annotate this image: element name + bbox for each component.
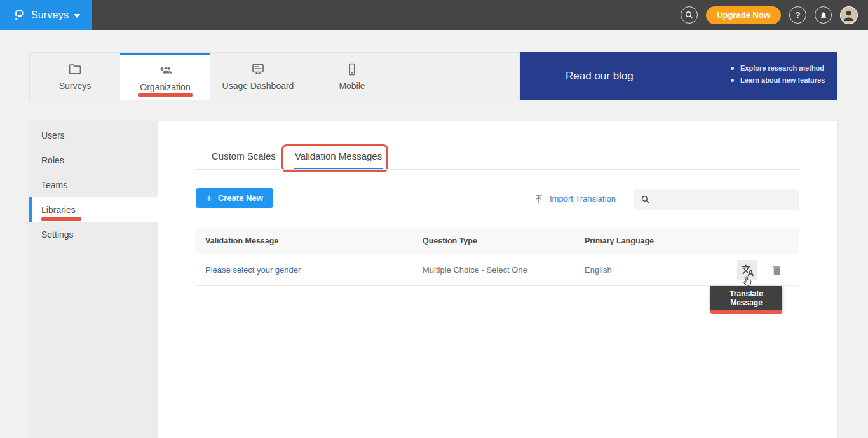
folder-icon [67,62,83,77]
notifications-button[interactable] [815,6,832,24]
question-type-cell: Multiple Choice - Select One [423,265,585,275]
nav-tab-label: Mobile [339,81,365,91]
trash-icon [771,264,783,277]
content-card: Users Roles Teams Libraries Settings Cus… [29,121,837,438]
nav-tab-surveys[interactable]: Surveys [30,53,120,100]
product-name: Surveys [31,10,69,21]
plus-icon: + [206,193,212,203]
header-actions: Upgrade Now ? [681,0,858,30]
table-header-row: Validation Message Question Type Primary… [195,228,799,254]
annotation-underline [138,93,193,97]
sidebar-item-roles[interactable]: Roles [29,147,158,172]
table-search[interactable] [634,189,799,210]
tooltip-text: Translate Message [710,286,782,310]
help-button[interactable]: ? [789,6,806,24]
translate-message-button[interactable] [737,260,757,280]
validation-messages-table: Validation Message Question Type Primary… [195,228,799,286]
global-search-button[interactable] [681,6,698,24]
search-icon [641,195,650,204]
search-icon [684,10,694,20]
bullet-dot [731,67,734,70]
nav-tab-label: Organization [140,82,190,92]
column-header: Question Type [423,236,585,245]
annotation-underline [41,217,81,221]
question-mark-icon: ? [796,10,801,20]
top-header: Surveys Upgrade Now ? [0,0,868,30]
promo-title: Read our blog [566,52,634,100]
table-row: Please select your gender Multiple Choic… [195,254,799,286]
user-avatar[interactable] [840,6,858,24]
settings-sidebar: Users Roles Teams Libraries Settings [29,121,158,438]
app-switcher[interactable]: Surveys [0,0,92,30]
upload-icon [534,193,544,204]
nav-tab-usage-dashboard[interactable]: Usage Dashboard [210,53,306,100]
import-translation-link[interactable]: Import Translation [534,189,616,209]
questionpro-logo-icon [12,8,26,22]
promo-bullet-item: Explore research method [731,64,825,72]
nav-tab-organization[interactable]: Organization [120,53,210,100]
promo-bullet-list: Explore research method Learn about new … [731,64,825,84]
group-add-icon [157,63,173,78]
dashboard-icon [250,62,266,77]
sidebar-item-teams[interactable]: Teams [29,172,158,197]
tab-validation-messages[interactable]: Validation Messages [294,147,383,170]
nav-tab-mobile[interactable]: Mobile [306,53,398,100]
search-input[interactable] [655,195,793,204]
nav-tab-label: Usage Dashboard [222,81,294,91]
create-new-button[interactable]: + Create New [196,188,273,208]
translate-tooltip: Translate Message [710,286,782,314]
delete-button[interactable] [770,263,783,277]
validation-message-link[interactable]: Please select your gender [195,265,423,275]
library-tabs: Custom Scales Validation Messages [210,147,383,170]
bell-icon [819,11,828,20]
column-header: Validation Message [195,236,423,245]
annotation-underline [710,310,782,314]
promo-bullet-item: Learn about new features [731,76,825,84]
mobile-icon [344,62,360,77]
chevron-down-icon [74,14,80,18]
sidebar-item-libraries[interactable]: Libraries [29,197,158,222]
module-nav: Surveys Organization Usage Dashboard Mob… [29,52,520,100]
tab-custom-scales[interactable]: Custom Scales [210,147,277,170]
upgrade-button[interactable]: Upgrade Now [706,6,781,24]
row-actions [737,254,799,286]
column-header: Primary Language [585,236,799,245]
divider [195,169,799,170]
sidebar-item-settings[interactable]: Settings [29,222,158,247]
libraries-main-pane: Custom Scales Validation Messages + Crea… [158,121,837,438]
translate-icon [741,264,754,277]
sidebar-item-users[interactable]: Users [29,123,158,147]
nav-tab-label: Surveys [59,81,92,91]
blog-promo-banner[interactable]: Read our blog Explore research method Le… [520,52,837,100]
bullet-dot [731,79,734,82]
